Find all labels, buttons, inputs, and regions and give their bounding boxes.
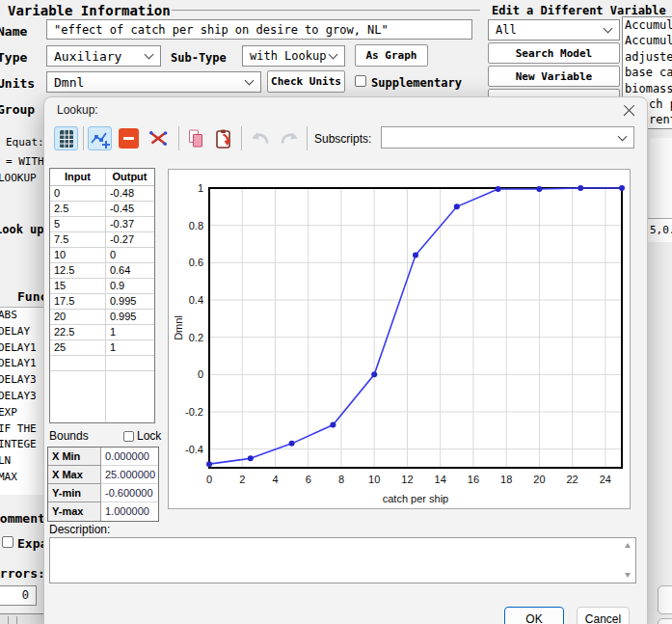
- lookup-input-cell[interactable]: 10: [50, 248, 105, 262]
- expand-checkbox[interactable]: [2, 536, 13, 548]
- remove-point-icon[interactable]: [117, 126, 141, 150]
- new-variable-button[interactable]: New Variable: [488, 66, 620, 87]
- name-input[interactable]: "effect of catch per ship on desire to g…: [46, 19, 472, 40]
- function-list-item[interactable]: MAX: [0, 470, 43, 486]
- background-button-fragment[interactable]: [658, 618, 672, 624]
- errors-value-field[interactable]: 0: [0, 585, 37, 606]
- lookup-output-cell[interactable]: 0.9: [105, 279, 154, 293]
- lookup-input-cell[interactable]: 25: [50, 340, 105, 355]
- lookup-input-cell[interactable]: 5: [50, 217, 105, 231]
- copy-icon[interactable]: [184, 126, 208, 150]
- lookup-table-row[interactable]: [50, 356, 154, 371]
- lookup-input-cell[interactable]: 17.5: [50, 294, 105, 309]
- type-select[interactable]: Auxiliary: [46, 45, 161, 67]
- function-list-item[interactable]: LN: [0, 453, 43, 470]
- function-list-item[interactable]: DELAY3: [0, 372, 43, 389]
- lookup-table-row[interactable]: 0-0.48: [50, 186, 154, 202]
- lookup-input-cell[interactable]: 12.5: [50, 263, 105, 278]
- graph-view-icon[interactable]: [88, 126, 112, 150]
- lookup-output-cell[interactable]: 0: [105, 248, 154, 262]
- lookup-output-cell[interactable]: 0.995: [105, 310, 154, 324]
- redo-icon[interactable]: [277, 126, 301, 150]
- supplementary-checkbox[interactable]: [355, 75, 366, 87]
- lookup-table-body: 0-0.482.5-0.455-0.377.5-0.2710012.50.641…: [50, 186, 154, 371]
- lookup-input-cell[interactable]: 22.5: [50, 325, 105, 339]
- lookup-chart[interactable]: 024681012141618202224-0.4-0.200.20.40.60…: [169, 170, 630, 508]
- lookup-output-cell[interactable]: 1: [105, 340, 154, 355]
- functions-list[interactable]: ABSDELAYDELAY1DELAY1DELAY3DELAY3EXPIF TH…: [0, 307, 43, 495]
- close-icon[interactable]: [619, 100, 640, 122]
- lookup-table-row[interactable]: 7.5-0.27: [50, 232, 154, 248]
- supplementary-label: Supplementary: [371, 76, 462, 90]
- variable-list-item[interactable]: adjuste: [623, 49, 672, 65]
- toolbar-separator: [83, 126, 84, 150]
- lock-checkbox[interactable]: [123, 431, 134, 442]
- lookup-output-cell[interactable]: -0.45: [105, 202, 154, 216]
- lookup-table-row[interactable]: 200.995: [50, 310, 154, 325]
- bounds-value[interactable]: -0.600000: [101, 484, 158, 502]
- search-model-button[interactable]: Search Model: [488, 42, 620, 64]
- lookup-input-cell[interactable]: 0: [50, 186, 105, 201]
- lookup-table-row[interactable]: 150.9: [50, 279, 154, 294]
- lookup-output-cell[interactable]: -0.37: [105, 217, 154, 231]
- background-button-fragment[interactable]: [658, 585, 672, 614]
- dialog-title: Lookup:: [57, 103, 98, 117]
- scroll-down-icon[interactable]: [625, 573, 631, 578]
- lookup-input-cell[interactable]: 20: [50, 310, 105, 324]
- bounds-value[interactable]: 25.000000: [101, 466, 158, 484]
- lookup-input-cell[interactable]: 15: [50, 279, 105, 293]
- function-list-item[interactable]: DELAY3: [0, 389, 43, 405]
- description-textarea[interactable]: [49, 537, 636, 583]
- variable-filter-select[interactable]: All: [488, 19, 620, 41]
- function-list-item[interactable]: DELAY: [0, 324, 43, 340]
- lookup-table-row[interactable]: 251: [50, 340, 154, 356]
- bounds-value[interactable]: 1.000000: [101, 502, 158, 521]
- lookup-output-cell[interactable]: 0.995: [105, 294, 154, 309]
- lookup-output-cell[interactable]: -0.27: [105, 232, 154, 247]
- lookup-table-row[interactable]: 2.5-0.45: [50, 202, 154, 217]
- scroll-up-icon[interactable]: [625, 543, 631, 548]
- function-list-item[interactable]: IF THE: [0, 421, 43, 438]
- table-view-icon[interactable]: [54, 126, 78, 150]
- lookup-input-cell[interactable]: 7.5: [50, 232, 105, 247]
- subtype-select[interactable]: with Lookup: [242, 45, 345, 67]
- as-graph-button[interactable]: As Graph: [355, 44, 428, 67]
- lookup-table-row[interactable]: 12.50.64: [50, 263, 154, 279]
- function-list-item[interactable]: INTEGE: [0, 437, 43, 453]
- variable-list-item[interactable]: base ca: [623, 65, 672, 80]
- lookup-table-row[interactable]: 17.50.995: [50, 294, 154, 310]
- ok-button[interactable]: OK: [504, 607, 564, 624]
- subscripts-select[interactable]: [381, 126, 634, 149]
- lookup-output-cell[interactable]: 0.64: [105, 263, 154, 278]
- check-units-button[interactable]: Check Units: [267, 70, 345, 93]
- svg-text:0: 0: [206, 474, 212, 485]
- lookup-output-cell[interactable]: 1: [105, 325, 154, 339]
- variable-list-item[interactable]: biomass: [623, 81, 672, 96]
- units-select[interactable]: Dmnl: [46, 71, 261, 93]
- undo-icon[interactable]: [248, 126, 272, 150]
- variable-list-item[interactable]: Accumul: [623, 33, 672, 48]
- lookup-graph-panel[interactable]: 024681012141618202224-0.4-0.200.20.40.60…: [168, 169, 631, 509]
- cancel-button[interactable]: Cancel: [577, 607, 630, 624]
- variable-list-item[interactable]: Accumul: [623, 17, 672, 33]
- bounds-value[interactable]: 0.000000: [101, 448, 158, 466]
- chevron-down-icon: [145, 50, 154, 60]
- function-list-item[interactable]: ABS: [0, 308, 43, 324]
- units-value: Dmnl: [54, 75, 84, 90]
- paste-icon[interactable]: [211, 126, 235, 150]
- lookup-table-row[interactable]: 22.51: [50, 325, 154, 340]
- lookup-table-header: Input Output: [50, 169, 154, 186]
- edit-variable-title: Edit a Different Variable: [492, 4, 666, 17]
- type-value: Auxiliary: [54, 49, 121, 64]
- lookup-table-row[interactable]: 5-0.37: [50, 217, 154, 232]
- svg-text:22: 22: [567, 474, 578, 485]
- delete-points-icon[interactable]: [146, 126, 170, 150]
- function-list-item[interactable]: DELAY1: [0, 340, 43, 357]
- lookup-input-cell[interactable]: 2.5: [50, 202, 105, 216]
- lookup-output-cell[interactable]: -0.48: [105, 186, 154, 201]
- svg-text:catch per ship: catch per ship: [383, 493, 448, 504]
- lookup-table-row[interactable]: 100: [50, 248, 154, 263]
- bounds-row: X Max25.000000: [48, 466, 158, 484]
- function-list-item[interactable]: DELAY1: [0, 356, 43, 372]
- function-list-item[interactable]: EXP: [0, 405, 43, 421]
